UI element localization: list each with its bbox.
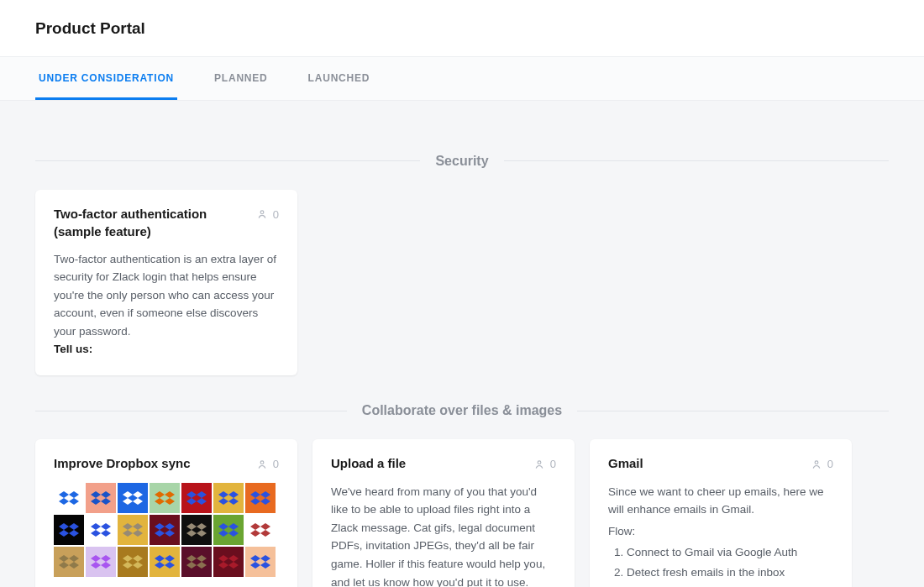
dropbox-icon — [118, 483, 148, 513]
feature-card[interactable]: Improve Dropbox sync 0 — [35, 439, 297, 587]
flow-step: Detect fresh emails in the inbox — [627, 563, 833, 582]
card-title: Upload a file — [331, 454, 406, 472]
vote-count: 0 — [273, 456, 279, 473]
dropbox-icon — [118, 547, 148, 577]
dropbox-icon — [86, 483, 116, 513]
person-icon — [533, 459, 545, 470]
feature-card[interactable]: Upload a file 0 We've heard from many of… — [312, 439, 575, 587]
card-header: Upload a file 0 — [331, 454, 556, 473]
divider-line — [35, 411, 347, 411]
card-header: Two-factor authentication (sample featur… — [54, 205, 279, 240]
person-icon — [256, 208, 268, 220]
thumbnail-grid — [54, 483, 279, 577]
flow-step: Connect to Gmail via Google Auth — [627, 543, 833, 562]
dropbox-icon — [213, 483, 244, 513]
card-body: Two-factor authentication is an extra la… — [54, 250, 279, 359]
dropbox-icon — [150, 515, 180, 545]
tab-under-consideration[interactable]: UNDER CONSIDERATION — [35, 57, 177, 100]
card-body-text: Since we want to cheer up emails, here w… — [608, 485, 824, 516]
dropbox-icon — [54, 547, 84, 577]
card-body-text: Two-factor authentication is an extra la… — [54, 253, 276, 338]
dropbox-icon — [150, 483, 180, 513]
divider-line — [35, 160, 420, 161]
vote-badge[interactable]: 0 — [533, 456, 556, 473]
card-title: Improve Dropbox sync — [54, 454, 191, 472]
person-icon — [811, 459, 822, 470]
dropbox-icon — [213, 547, 244, 577]
dropbox-icon — [54, 515, 84, 545]
feature-card[interactable]: Gmail 0 Since we want to cheer up emails… — [590, 439, 852, 587]
flow-label: Flow: — [608, 522, 833, 541]
dropbox-icon — [245, 483, 276, 513]
vote-badge[interactable]: 0 — [811, 456, 833, 473]
content-area: Security Two-factor authentication (samp… — [0, 101, 924, 588]
section-title: Collaborate over files & images — [362, 401, 562, 421]
cards-row-security: Two-factor authentication (sample featur… — [35, 190, 889, 376]
card-header: Improve Dropbox sync 0 — [54, 454, 279, 473]
dropbox-icon — [181, 483, 212, 513]
card-body: Since we want to cheer up emails, here w… — [608, 483, 833, 582]
person-icon — [256, 459, 268, 470]
card-body-text: We've heard from many of you that you'd … — [331, 485, 545, 587]
section-divider-collaborate: Collaborate over files & images — [35, 401, 889, 421]
page-title: Product Portal — [35, 17, 889, 41]
card-title: Gmail — [608, 454, 643, 472]
divider-line — [504, 160, 889, 161]
vote-count: 0 — [273, 207, 279, 223]
tab-launched[interactable]: LAUNCHED — [305, 57, 374, 100]
vote-count: 0 — [827, 456, 833, 473]
dropbox-icon — [86, 515, 116, 545]
dropbox-icon — [150, 547, 180, 577]
vote-count: 0 — [550, 456, 556, 473]
dropbox-icon — [181, 547, 212, 577]
svg-point-3 — [815, 461, 818, 464]
card-body-bold: Tell us: — [54, 343, 92, 355]
svg-point-2 — [538, 461, 541, 464]
dropbox-icon — [118, 515, 148, 545]
svg-point-0 — [260, 211, 264, 214]
vote-badge[interactable]: 0 — [256, 456, 279, 473]
flow-list: Connect to Gmail via Google Auth Detect … — [608, 543, 833, 581]
card-header: Gmail 0 — [608, 454, 833, 473]
dropbox-icon — [213, 515, 244, 545]
dropbox-icon — [54, 483, 84, 513]
tab-bar: UNDER CONSIDERATION PLANNED LAUNCHED — [0, 56, 924, 101]
section-divider-security: Security — [35, 151, 889, 171]
feature-card[interactable]: Two-factor authentication (sample featur… — [35, 190, 297, 376]
dropbox-icon — [86, 547, 116, 577]
top-bar: Product Portal — [0, 0, 924, 56]
tab-planned[interactable]: PLANNED — [211, 57, 271, 100]
card-body: We've heard from many of you that you'd … — [331, 483, 556, 587]
dropbox-icon — [245, 547, 276, 577]
divider-line — [577, 411, 889, 411]
vote-badge[interactable]: 0 — [256, 207, 279, 223]
cards-row-collaborate: Improve Dropbox sync 0 Upload a file 0 — [35, 439, 889, 587]
dropbox-icon — [245, 515, 276, 545]
svg-point-1 — [260, 461, 264, 464]
section-title: Security — [435, 151, 488, 171]
dropbox-icon — [181, 515, 212, 545]
card-title: Two-factor authentication (sample featur… — [54, 205, 248, 240]
